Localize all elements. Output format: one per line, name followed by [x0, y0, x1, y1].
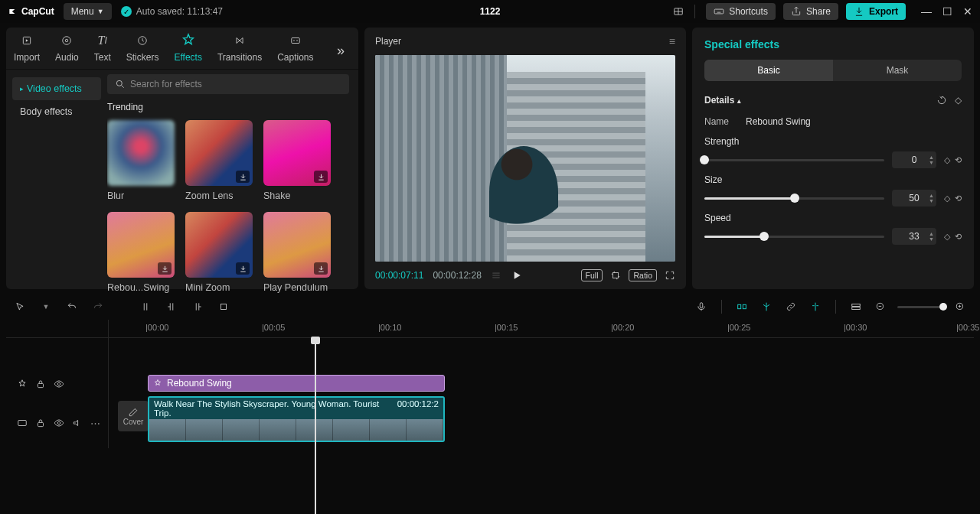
undo-button[interactable] [64, 299, 80, 314]
param-size-label: Size [704, 174, 962, 185]
keyframe-icon[interactable]: ◇ [944, 194, 950, 203]
snap-button[interactable] [759, 299, 774, 314]
subnav-body-effects[interactable]: Body effects [12, 100, 101, 123]
timeline-ruler[interactable]: |00:00 |00:05 |00:10 |00:15 |00:20 |00:2… [109, 320, 974, 337]
menu-button[interactable]: Menu▼ [64, 3, 112, 20]
reset-param-icon[interactable]: ⟲ [955, 155, 962, 165]
param-strength-value[interactable]: 0▲▼ [892, 151, 936, 168]
clip-title: Walk Near The Stylish Skyscraper. Young … [154, 399, 391, 418]
selection-dropdown[interactable]: ▼ [38, 299, 54, 314]
preview-axis-button[interactable] [808, 299, 823, 314]
keyframe-nav-icon[interactable]: ◇ [955, 95, 962, 106]
autosave-status: ✓ Auto saved: 11:13:47 [121, 6, 223, 17]
reset-icon[interactable] [936, 95, 947, 106]
playhead[interactable] [315, 338, 316, 514]
crop-icon[interactable] [610, 270, 621, 281]
tab-transitions[interactable]: Transitions [217, 32, 262, 69]
video-preview[interactable] [375, 55, 675, 262]
svg-rect-11 [738, 304, 741, 308]
track-more-icon[interactable]: ⋯ [90, 418, 100, 429]
timeline-tracks[interactable]: Cover Rebound Swing Walk Near The Stylis… [109, 338, 974, 448]
param-speed-value[interactable]: 33▲▼ [892, 228, 936, 245]
crop-button[interactable] [216, 299, 231, 314]
param-speed-slider[interactable] [704, 236, 884, 238]
video-clip[interactable]: Walk Near The Stylish Skyscraper. Young … [148, 396, 445, 442]
param-size-value[interactable]: 50▲▼ [892, 190, 936, 207]
redo-button[interactable] [90, 299, 106, 314]
effect-card-play-pendulum[interactable]: Play Pendulum [263, 212, 331, 293]
inspector-segments: Basic Mask [704, 60, 962, 81]
selection-tool[interactable] [12, 299, 28, 314]
param-size-slider[interactable] [704, 197, 884, 200]
layout-icon[interactable] [673, 6, 684, 17]
eye-icon[interactable] [54, 379, 64, 389]
full-button[interactable]: Full [581, 269, 603, 281]
zoom-in-button[interactable] [952, 299, 968, 314]
download-icon [314, 171, 328, 183]
segment-mask[interactable]: Mask [833, 60, 962, 81]
fx-clip[interactable]: Rebound Swing [148, 375, 445, 392]
list-icon[interactable] [491, 270, 501, 281]
reset-param-icon[interactable]: ⟲ [955, 194, 962, 203]
subnav-video-effects[interactable]: ▸Video effects [12, 77, 101, 100]
link-button[interactable] [783, 299, 799, 314]
segment-basic[interactable]: Basic [704, 60, 833, 81]
reset-param-icon[interactable]: ⟲ [955, 232, 962, 242]
maximize-button[interactable]: ☐ [942, 5, 952, 18]
split-right-button[interactable] [190, 299, 205, 314]
keyframe-icon[interactable]: ◇ [944, 232, 950, 242]
svg-point-7 [116, 80, 122, 86]
svg-rect-19 [18, 421, 27, 426]
close-button[interactable]: ✕ [963, 5, 972, 18]
mute-icon[interactable] [72, 418, 83, 428]
video-track-icon [17, 418, 28, 428]
effect-card-blur[interactable]: Blur [107, 120, 175, 201]
magnet-button[interactable] [734, 299, 750, 314]
export-button[interactable]: Export [846, 3, 906, 20]
audio-icon [61, 35, 72, 46]
search-icon [115, 79, 126, 89]
name-value: Rebound Swing [746, 116, 811, 127]
effect-card-mini-zoom[interactable]: Mini Zoom [185, 212, 253, 293]
tab-import[interactable]: Import [14, 32, 40, 69]
effects-grid: Blur Zoom Lens Shake Rebou...Swing Mini … [107, 120, 349, 293]
effect-card-zoom-lens[interactable]: Zoom Lens [185, 120, 253, 201]
tab-stickers[interactable]: Stickers [126, 32, 159, 69]
cover-button[interactable]: Cover [118, 401, 149, 431]
split-left-button[interactable] [164, 299, 179, 314]
minimize-button[interactable]: — [921, 5, 932, 18]
ratio-button[interactable]: Ratio [629, 269, 657, 281]
share-button[interactable]: Share [783, 3, 838, 20]
player-menu-icon[interactable]: ≡ [669, 35, 675, 47]
effects-icon [180, 32, 197, 49]
mic-button[interactable] [694, 299, 709, 314]
split-button[interactable] [138, 299, 153, 314]
track-toggle-button[interactable] [848, 299, 864, 314]
svg-rect-6 [292, 38, 300, 44]
tab-audio[interactable]: Audio [55, 32, 79, 69]
zoom-slider[interactable] [897, 306, 943, 308]
effect-card-shake[interactable]: Shake [263, 120, 331, 201]
play-button[interactable] [511, 269, 523, 281]
tab-effects[interactable]: Effects [174, 32, 201, 69]
lock-icon[interactable] [35, 418, 46, 428]
tab-text[interactable]: TIText [94, 32, 111, 69]
search-effects-input[interactable]: Search for effects [107, 74, 349, 94]
shortcuts-button[interactable]: Shortcuts [706, 3, 776, 20]
name-label: Name [704, 116, 743, 127]
eye-icon[interactable] [54, 418, 64, 428]
fullscreen-icon[interactable] [665, 270, 675, 281]
tab-captions[interactable]: Captions [277, 32, 313, 69]
param-speed-label: Speed [704, 213, 962, 223]
keyframe-icon[interactable]: ◇ [944, 155, 950, 165]
player-panel: Player ≡ 00:00:07:11 00:00:12:28 Full Ra… [364, 28, 686, 289]
effect-card-rebound-swing[interactable]: Rebou...Swing [107, 212, 175, 293]
inspector-panel: Special effects Basic Mask Details ▴ ◇ N… [692, 28, 974, 289]
param-strength-slider[interactable] [704, 159, 884, 161]
svg-rect-12 [743, 304, 746, 308]
import-icon [21, 35, 32, 46]
zoom-out-button[interactable] [873, 299, 888, 314]
lock-icon[interactable] [35, 379, 46, 389]
tabs-more-button[interactable]: » [331, 37, 351, 65]
svg-rect-20 [38, 422, 44, 426]
